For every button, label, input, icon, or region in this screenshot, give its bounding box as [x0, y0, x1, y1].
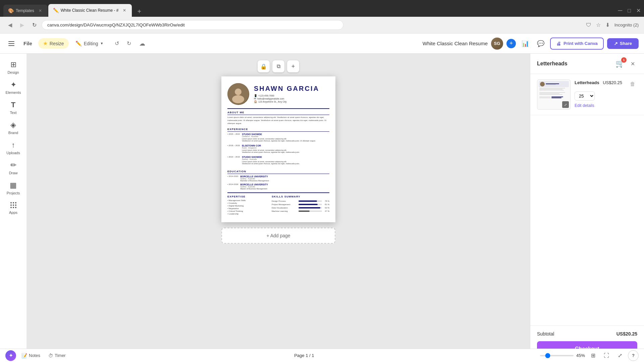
letterhead-item: ⤢ Letterheads US$20.25 🗑 25 50 100	[530, 74, 644, 115]
delete-item-button[interactable]: 🗑	[628, 79, 637, 89]
sidebar-item-text[interactable]: T Text	[2, 98, 25, 117]
expertise-list: • Management Skills • Creativity • Digit…	[227, 199, 268, 215]
shield-icon: 🛡	[586, 22, 591, 28]
redo-button[interactable]: ↻	[123, 38, 134, 49]
sidebar-item-projects[interactable]: ▦ Projects	[2, 178, 25, 198]
resume-email: ✉ hello@reallygreatsite.com	[254, 97, 319, 100]
edu-item-2: • 2014-2018 BORCELLE UNIVERSITY Sydney ·…	[227, 183, 329, 190]
sidebar-label-uploads: Uploads	[6, 151, 20, 155]
zoom-level: 45%	[576, 353, 585, 358]
nav-refresh-button[interactable]: ↻	[30, 20, 39, 30]
add-collaborator-button[interactable]: +	[506, 39, 516, 48]
help-button[interactable]: ?	[628, 350, 639, 361]
user-avatar[interactable]: SG	[491, 38, 503, 50]
timer-label: Timer	[55, 353, 66, 358]
cloud-save-button[interactable]: ☁	[137, 38, 148, 49]
notes-button[interactable]: 📝 Notes	[19, 352, 43, 360]
undo-button[interactable]: ↺	[111, 38, 122, 49]
address-bar: ◀ ▶ ↻ 🛡 ☆ ⬇ Incognito (2)	[0, 17, 644, 34]
experience-item-1: • 2020 – 2022 STUDIO SHOWDE Canberra · A…	[227, 133, 329, 142]
print-icon: 🖨	[556, 41, 561, 46]
svg-point-0	[10, 202, 12, 203]
skills-title: SKILLS SUMMARY	[272, 195, 329, 198]
resume-photo	[227, 83, 249, 105]
about-me-text: Lorem ipsum dolor sit amet, consectetur …	[227, 116, 329, 125]
fullscreen-button[interactable]: ⤢	[614, 350, 625, 361]
left-sidebar: ⊞ Design ✦ Elements T Text ◈ Brand ↑ Upl…	[0, 54, 27, 362]
sidebar-item-elements[interactable]: ✦ Elements	[2, 78, 25, 97]
quantity-select[interactable]: 25 50 100	[575, 92, 595, 101]
skills-list: Design Process 78 % Project Management	[272, 200, 329, 212]
tab-label-resume: White Classic Clean Resume - #	[61, 8, 119, 13]
magic-button[interactable]: ✦	[5, 350, 16, 361]
hamburger-menu-button[interactable]	[5, 38, 17, 50]
view-present-button[interactable]: ⛶	[601, 350, 612, 361]
edit-details-link[interactable]: Edit details	[575, 103, 594, 108]
canvas-float-toolbar: 🔒 ⧉ +	[258, 60, 299, 72]
comments-button[interactable]: 💬	[535, 38, 547, 50]
view-grid-button[interactable]: ⊞	[588, 350, 598, 361]
zoom-slider[interactable]	[540, 355, 574, 356]
maximize-button[interactable]: □	[628, 8, 631, 14]
nav-forward-button[interactable]: ▶	[17, 20, 27, 30]
canvas-area: 🔒 ⧉ + SHAWN GARCIA	[27, 54, 530, 362]
browser-tab-resume[interactable]: ✏️ White Classic Clean Resume - # ✕	[48, 4, 132, 17]
resize-label: Resize	[50, 41, 64, 46]
page-info: Page 1 / 1	[294, 353, 314, 358]
browser-tab-templates[interactable]: 🎨 Templates ✕	[3, 5, 48, 17]
svg-point-8	[15, 207, 16, 208]
chevron-down-icon: ▼	[100, 42, 103, 45]
close-window-button[interactable]: ✕	[636, 7, 641, 14]
apps-icon	[9, 201, 17, 209]
minimize-button[interactable]: ─	[618, 7, 623, 14]
resume-document[interactable]: SHAWN GARCIA 📱 +123-456-7890 ✉ hello@rea…	[221, 76, 335, 222]
sidebar-item-uploads[interactable]: ↑ Uploads	[2, 138, 25, 158]
address-input[interactable]	[42, 20, 343, 30]
edu-item-1: • 2014-2023 BORCELLE UNIVERSITY Sydney ·…	[227, 175, 329, 182]
share-button[interactable]: ↗ Share	[607, 38, 639, 49]
text-icon: T	[11, 101, 15, 109]
cart-badge: 1	[621, 57, 627, 63]
editing-button[interactable]: ✏️ Editing ▼	[71, 39, 108, 49]
svg-point-6	[10, 207, 12, 208]
svg-point-4	[13, 204, 14, 206]
svg-point-3	[10, 204, 12, 206]
add-page-button[interactable]: + Add page	[221, 228, 335, 244]
expand-preview-button[interactable]: ⤢	[562, 101, 569, 108]
letterhead-preview[interactable]: ⤢	[537, 79, 571, 110]
nav-back-button[interactable]: ◀	[5, 20, 15, 30]
bookmark-icon[interactable]: ☆	[596, 22, 601, 28]
tab-close-templates[interactable]: ✕	[38, 8, 43, 13]
sidebar-label-apps: Apps	[9, 210, 17, 215]
close-panel-button[interactable]: ✕	[628, 59, 637, 68]
design-icon: ⊞	[10, 60, 16, 69]
projects-icon: ▦	[10, 181, 17, 190]
sidebar-item-design[interactable]: ⊞ Design	[2, 58, 25, 77]
analytics-button[interactable]: 📊	[519, 38, 531, 50]
education-title: EDUCATION	[227, 170, 329, 174]
sidebar-item-apps[interactable]: Apps	[2, 198, 25, 217]
sidebar-label-projects: Projects	[7, 191, 20, 195]
download-icon[interactable]: ⬇	[605, 22, 610, 28]
sidebar-label-text: Text	[10, 111, 16, 115]
print-label: Print with Canva	[564, 41, 598, 46]
draw-icon: ✏	[10, 161, 16, 170]
file-menu-button[interactable]: File	[20, 39, 36, 48]
svg-point-7	[13, 207, 14, 208]
sidebar-item-brand[interactable]: ◈ Brand	[2, 118, 25, 137]
print-with-canva-button[interactable]: 🖨 Print with Canva	[550, 38, 604, 50]
sidebar-label-draw: Draw	[9, 171, 18, 175]
sidebar-item-draw[interactable]: ✏ Draw	[2, 158, 25, 178]
tab-add-button[interactable]: +	[134, 6, 145, 17]
duplicate-button[interactable]: ⧉	[272, 60, 284, 72]
tab-close-resume[interactable]: ✕	[122, 8, 127, 13]
document-title: White Classic Clean Resume	[423, 41, 488, 46]
more-options-button[interactable]: +	[287, 60, 299, 72]
subtotal-label: Subtotal	[537, 331, 554, 337]
lock-button[interactable]: 🔒	[258, 60, 270, 72]
svg-point-2	[15, 202, 16, 203]
timer-button[interactable]: ⏱ Timer	[46, 352, 68, 360]
resize-button[interactable]: ★ Resize	[38, 38, 69, 49]
cart-button[interactable]: 🛒 1	[615, 59, 625, 68]
svg-point-11	[232, 95, 244, 103]
